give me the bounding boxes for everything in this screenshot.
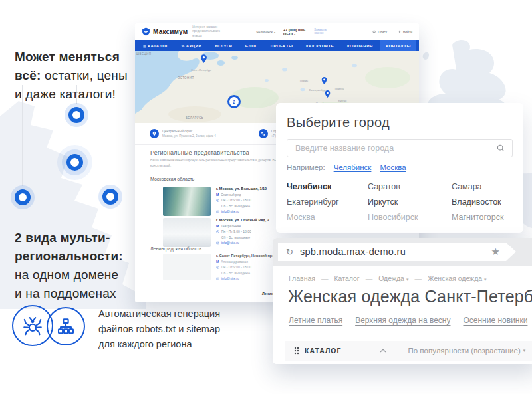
city-selector[interactable]: Челябинск [256,30,275,34]
catalog-page: Главная Каталог Одежда Женская одежда Же… [273,266,532,364]
address-bar[interactable]: ↻ spb.moda.max-demo.ru ★ [278,243,516,261]
callback-link[interactable]: Заказать звонок [314,28,331,35]
divider [289,336,532,336]
feature3-line: для каждого региона [98,337,220,352]
city-option[interactable]: Саратов [368,179,452,195]
nav-item-projects[interactable]: ПРОЕКТЫ [265,40,299,51]
shop-hours: Пн - Пт 9:00 - 18:00 [221,198,251,202]
breadcrumb-item[interactable]: Каталог [315,274,360,282]
feature1-bold: Может меняться [15,50,120,64]
shop-photo [163,254,211,280]
nav-item-how-to-buy[interactable]: КАК КУПИТЬ [301,40,339,51]
city-list: Челябинск Екатеринбург Москва Саратов Ир… [287,179,513,225]
search-icon[interactable] [496,144,505,153]
city-option[interactable]: Челябинск [287,179,368,195]
reload-icon[interactable]: ↻ [286,247,293,257]
map-cluster-marker[interactable]: 2 [227,95,241,108]
sitemap-icon [57,317,75,336]
metro-icon: М [216,224,219,228]
city-option[interactable]: Магнитогорск [452,210,511,225]
tag-link[interactable]: Верхняя одежда на весну [355,316,450,325]
breadcrumb-item[interactable]: Одежда [360,274,409,282]
header-login[interactable]: Войти [398,30,412,34]
site-header: Максимум Интернет-магазинпредставительск… [135,23,419,40]
mail-icon [216,210,219,213]
map-pin-ekaterinburg[interactable] [320,76,329,85]
shop-photo [163,218,211,247]
city-select-modal: Выберите город Например: Челябинск Москв… [276,103,523,233]
sitemap-feature-circle [47,307,85,345]
phone-icon [259,129,268,138]
nav-item-sales[interactable]: %АКЦИИ [176,40,207,51]
site-logo-icon[interactable] [142,27,150,36]
feature-text-multiregion: 2 вида мульти- региональности: на одном … [15,229,123,303]
sort-dropdown[interactable]: По популярности (возрастание) [408,347,525,355]
nav-item-company[interactable]: КОМПАНИЯ [342,40,378,51]
site-navbar: ▦КАТАЛОГ %АКЦИИ УСЛУГИ БЛОГ ПРОЕКТЫ КАК … [135,40,419,51]
percent-icon: % [182,44,185,48]
shop-hours: Пн - Пт 9:00 - 18:00 [221,265,251,269]
feature2-bold: региональности: [15,249,123,263]
shop-email[interactable]: info@site.ru [221,241,239,245]
city-option[interactable]: Иркутск [368,195,452,210]
example-city-link[interactable]: Москва [380,163,406,171]
url-text[interactable]: spb.moda.max-demo.ru [300,246,406,257]
spider-icon [21,314,44,337]
city-option[interactable]: Владивосток [452,195,511,210]
header-search[interactable]: Поиск [372,30,387,34]
tag-link[interactable]: Летние платья [289,316,342,325]
nav-item-services[interactable]: УСЛУГИ [209,40,238,51]
city-option[interactable]: Екатеринбург [287,195,368,210]
city-option[interactable]: Новосибирск [368,210,452,225]
feature1-text: остатки, цены [45,68,128,82]
catalog-toolbar: КАТАЛОГ По популярности (возрастание) [285,341,532,361]
map-ring-marker [15,189,31,205]
city-modal-title: Выберите город [287,115,513,130]
tag-links: Летние платья Верхняя одежда на весну Ос… [289,316,532,325]
nav-item-contacts[interactable]: КОНТАКТЫ [380,40,416,51]
feature2-bold: 2 вида мульти- [15,231,110,245]
search-icon [372,30,376,34]
header-phone[interactable]: +7 (000) 000-00-10 [283,28,309,36]
page-title: Женская одежда Санкт-Петербург [288,287,532,306]
contact-office: Центральный офис Москва, ул. Пушкина 2, … [150,129,216,138]
shop-email[interactable]: info@site.ru [221,276,239,280]
feature-text-updates: Может меняться всё: остатки, цены и даже… [15,48,128,104]
city-search-input[interactable] [294,143,496,153]
examples-label: Например: [287,163,325,171]
marketing-screenshot: Может меняться всё: остатки, цены и даже… [0,0,532,394]
metro-icon: М [216,260,219,264]
breadcrumb-item[interactable]: Женская одежда [408,274,486,282]
map-pin-spb[interactable] [199,54,209,64]
example-city-link[interactable]: Челябинск [334,163,372,171]
site-tagline: Интернет-магазинпредставительского класс… [192,25,221,39]
map-label-country: БЕЛАРУСЬ [186,116,203,120]
shop-email[interactable]: info@site.ru [221,209,239,213]
city-option[interactable]: Москва [287,210,368,225]
mail-icon [216,277,219,280]
mail-icon [216,241,219,245]
site-logo-text[interactable]: Максимум [153,28,188,35]
user-icon [398,30,402,34]
shop-photo [163,187,211,216]
regional-description: консультаций. [150,164,171,167]
bookmark-star-icon[interactable]: ★ [491,246,500,258]
map-ring-marker [102,189,118,205]
shop-hours: Пн - Пт 9:00 - 18:00 [221,229,251,233]
city-option[interactable]: Самара [452,179,511,195]
city-examples-row: Например: Челябинск Москва [287,163,513,171]
catalog-section-label[interactable]: КАТАЛОГ [305,347,341,355]
tag-link[interactable]: Осенние новинки [463,316,527,325]
map-pin-chelyabinsk[interactable] [323,90,332,98]
collapse-chevron-icon[interactable] [380,349,386,353]
grid-icon: ▦ [143,44,146,48]
nav-item-blog[interactable]: БЛОГ [240,40,263,51]
breadcrumb-item[interactable]: Главная [289,274,315,282]
drag-dots-icon[interactable] [294,347,299,355]
feature2-text: и на поддоменах [15,284,123,303]
feature3-line: Автоматическая генерация [98,306,220,322]
map-label-country: ШВЕЦИЯ [136,52,151,56]
nav-item-catalog[interactable]: ▦КАТАЛОГ [138,40,174,51]
shop-hours: Сб - Вс: выходные [221,235,250,239]
clock-icon [216,199,219,202]
